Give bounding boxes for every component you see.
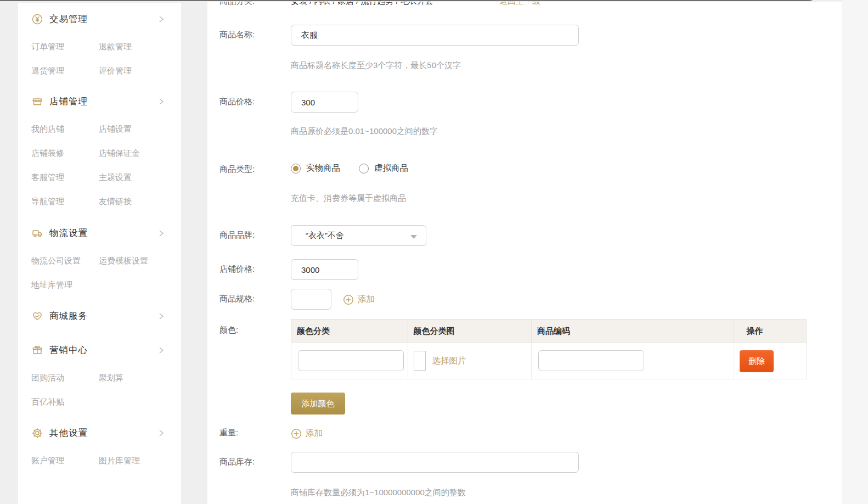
sidebar-item-store-settings[interactable]: 店铺设置 (99, 124, 166, 135)
category-value: 女装 / 内衣 / 家居 / 流行趋势 / 毛衣外套 (291, 2, 433, 7)
sidebar-section-logistics-header[interactable]: 物流设置 (18, 223, 181, 243)
chevron-right-icon[interactable] (157, 312, 166, 321)
cutoff-top-element-border (0, 0, 816, 1)
product-code-input[interactable] (538, 350, 644, 371)
color-label: 颜色: (219, 325, 238, 335)
color-table-header: 颜色分类 颜色分类图 商品编码 操作 (291, 319, 807, 343)
product-edit-page: 交易管理 订单管理 退款管理 退货管理 评价管理 (0, 0, 868, 504)
sidebar-section-title: 商城服务 (49, 310, 157, 322)
choose-image-link[interactable]: 选择图片 (432, 355, 466, 367)
heart-service-icon (31, 310, 43, 322)
stock-hint: 商铺库存数量必须为1~10000000000之间的整数 (291, 488, 466, 498)
column-header-color-image: 颜色分类图 (408, 320, 532, 343)
stock-input[interactable] (291, 452, 579, 473)
sidebar-item-reviews[interactable]: 评价管理 (99, 66, 166, 76)
weight-add-link[interactable]: 添加 (291, 428, 323, 439)
product-form-panel: 商品分类: 女装 / 内衣 / 家居 / 流行趋势 / 毛衣外套 返回上一级 商… (207, 2, 828, 504)
sidebar-item-account[interactable]: 账户管理 (31, 456, 99, 466)
spec-add-label: 添加 (358, 294, 375, 305)
radio-virtual-product[interactable] (359, 164, 369, 173)
sidebar-section-trade-header[interactable]: 交易管理 (18, 9, 181, 29)
sidebar-section-logistics: 物流设置 物流公司设置 运费模板设置 地址库管理 (18, 223, 181, 297)
shop-price-label: 店铺价格: (219, 264, 255, 275)
brand-label: 商品品牌: (219, 230, 255, 240)
product-price-input[interactable] (291, 92, 358, 113)
scrollbar-track[interactable] (842, 0, 868, 504)
truck-icon (31, 227, 43, 239)
gift-icon (31, 344, 43, 356)
chevron-right-icon[interactable] (157, 15, 166, 24)
sidebar-section-title: 其他设置 (49, 427, 157, 439)
brand-select-value: “衣衣”不舍 (306, 231, 344, 241)
gear-icon (31, 427, 43, 439)
sidebar-item-logistics-companies[interactable]: 物流公司设置 (31, 256, 99, 266)
sidebar-item-customer-service[interactable]: 客服管理 (31, 172, 99, 183)
color-category-input[interactable] (298, 350, 404, 371)
product-name-input[interactable] (291, 25, 579, 46)
sidebar-item-shipping-templates[interactable]: 运费模板设置 (99, 256, 166, 266)
sidebar-item-billion-subsidy[interactable]: 百亿补贴 (31, 397, 99, 407)
sidebar-item-image-library[interactable]: 图片库管理 (99, 456, 166, 466)
category-label: 商品分类: (219, 2, 255, 7)
sidebar-section-title: 物流设置 (49, 227, 157, 239)
yen-circle-icon (31, 13, 43, 25)
sidebar-item-refunds[interactable]: 退款管理 (99, 42, 166, 52)
sidebar-item-store-decoration[interactable]: 店铺装修 (31, 148, 99, 159)
product-type-hint: 充值卡、消费券等属于虚拟商品 (291, 193, 406, 204)
product-name-hint: 商品标题名称长度至少3个字符，最长50个汉字 (291, 60, 461, 71)
sidebar-section-title: 店铺管理 (49, 96, 157, 108)
sidebar-section-store-header[interactable]: 店铺管理 (18, 92, 181, 111)
product-price-hint: 商品原价必须是0.01~100000之间的数字 (291, 126, 438, 137)
sidebar-section-store: 店铺管理 我的店铺 店铺设置 店铺装修 店铺保证金 客服管理 主题设置 (18, 92, 181, 214)
sidebar-section-mall-service-header[interactable]: 商城服务 (18, 306, 181, 326)
radio-virtual-label: 虚拟商品 (374, 163, 408, 174)
product-name-label: 商品名称: (219, 30, 255, 40)
sidebar-section-other-header[interactable]: 其他设置 (18, 423, 181, 443)
chevron-right-icon[interactable] (157, 97, 166, 106)
sidebar: 交易管理 订单管理 退款管理 退货管理 评价管理 (18, 3, 181, 504)
column-header-color-category: 颜色分类 (291, 320, 408, 343)
shop-price-input[interactable] (291, 259, 358, 280)
sidebar-section-title: 营销中心 (49, 344, 157, 356)
radio-physical-product[interactable] (291, 164, 301, 173)
color-image-box[interactable] (414, 351, 426, 371)
sidebar-item-orders[interactable]: 订单管理 (31, 42, 99, 52)
right-gutter (828, 2, 842, 504)
sidebar-item-store-deposit[interactable]: 店铺保证金 (99, 148, 166, 159)
sidebar-section-trade: 交易管理 订单管理 退款管理 退货管理 评价管理 (18, 9, 181, 83)
brand-select[interactable]: “衣衣”不舍 (291, 225, 426, 246)
weight-label: 重量: (219, 428, 238, 438)
sidebar-section-other: 其他设置 账户管理 图片库管理 (18, 423, 181, 473)
stock-label: 商品库存: (219, 457, 255, 467)
sidebar-section-marketing: 营销中心 团购活动 聚划算 百亿补贴 (18, 340, 181, 414)
sidebar-item-group-buy[interactable]: 团购活动 (31, 373, 99, 383)
sidebar-item-friend-links[interactable]: 友情链接 (99, 197, 166, 207)
chevron-right-icon[interactable] (157, 229, 166, 238)
storefront-icon (31, 96, 43, 108)
sidebar-item-navigation[interactable]: 导航管理 (31, 197, 99, 207)
delete-color-button[interactable]: 删除 (740, 350, 774, 372)
sidebar-item-address-library[interactable]: 地址库管理 (31, 280, 99, 290)
sidebar-section-title: 交易管理 (49, 13, 157, 25)
sidebar-item-theme-settings[interactable]: 主题设置 (99, 172, 166, 183)
sidebar-item-returns[interactable]: 退货管理 (31, 66, 99, 76)
product-type-label: 商品类型: (219, 164, 255, 175)
plus-circle-icon (291, 428, 302, 439)
spec-add-link[interactable]: 添加 (343, 294, 375, 305)
product-type-radio-group: 实物商品 虚拟商品 (291, 163, 408, 174)
chevron-right-icon[interactable] (157, 429, 166, 438)
chevron-right-icon[interactable] (157, 346, 166, 355)
spec-input[interactable] (291, 289, 331, 310)
sidebar-item-my-store[interactable]: 我的店铺 (31, 124, 99, 135)
color-table-row: 选择图片 删除 (291, 343, 807, 379)
spec-label: 商品规格: (219, 294, 255, 304)
sidebar-section-mall-service: 商城服务 (18, 306, 181, 326)
product-price-label: 商品价格: (219, 97, 255, 107)
sidebar-item-juhuasuan[interactable]: 聚划算 (99, 373, 166, 383)
add-color-button[interactable]: 添加颜色 (291, 393, 345, 415)
sidebar-section-marketing-header[interactable]: 营销中心 (18, 340, 181, 360)
color-table: 颜色分类 颜色分类图 商品编码 操作 选择图片 删除 (291, 319, 807, 379)
weight-add-label: 添加 (306, 428, 323, 439)
caret-down-icon (410, 235, 417, 239)
category-back-link[interactable]: 返回上一级 (499, 2, 540, 7)
